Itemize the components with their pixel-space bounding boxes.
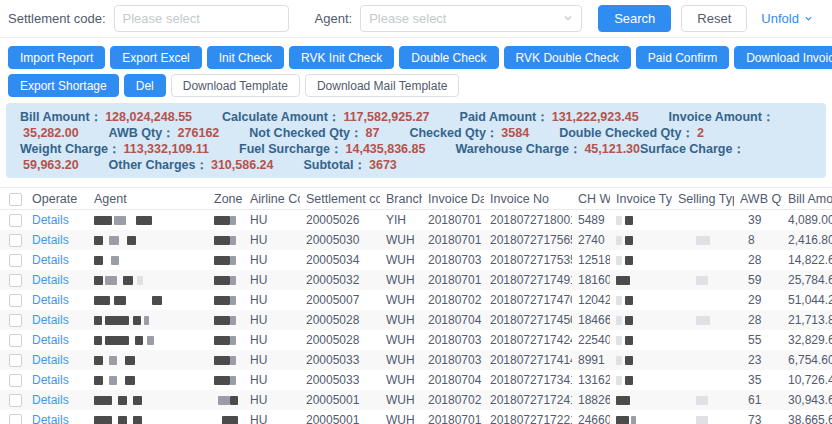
row-checkbox[interactable] [9, 334, 22, 347]
column-header-selling-type: Selling Type [672, 188, 734, 210]
unfold-link[interactable]: Unfold [761, 11, 813, 26]
table-row: DetailsHU20005007WUH20180702201807271747… [0, 290, 832, 310]
redacted-text [123, 276, 133, 285]
cell-ch-wt: 18160 [572, 270, 610, 290]
cell-invoice-no: 20180727180019 [484, 210, 572, 230]
search-button[interactable]: Search [598, 5, 671, 32]
rvk-double-check-button[interactable]: RVK Double Check [504, 46, 631, 69]
cell-zone [208, 390, 244, 410]
details-link[interactable]: Details [32, 213, 69, 227]
details-link[interactable]: Details [32, 253, 69, 267]
redacted-text [118, 416, 127, 424]
cell-select [0, 230, 26, 250]
row-checkbox[interactable] [9, 394, 22, 407]
export-excel-button[interactable]: Export Excel [110, 46, 201, 69]
cell-branch: WUH [380, 390, 422, 410]
cell-selling-type [672, 310, 734, 330]
redacted-text [114, 216, 126, 225]
details-link[interactable]: Details [32, 413, 69, 424]
details-link[interactable]: Details [32, 313, 69, 327]
details-link[interactable]: Details [32, 273, 69, 287]
cell-selling-type [672, 270, 734, 290]
table-row: DetailsHU20005028WUH20180704201807271745… [0, 310, 832, 330]
cell-settlement-code: 20005001 [300, 390, 380, 410]
cell-bill-amount: 4,089.00 [782, 210, 832, 230]
cell-invoice-type [610, 230, 672, 250]
row-checkbox[interactable] [9, 414, 22, 424]
redacted-text [696, 236, 710, 245]
cell-ch-wt: 22540 [572, 330, 610, 350]
summary-value: 35,282.00 [23, 126, 79, 140]
table-row: DetailsHU20005001WUH20180702201807271724… [0, 390, 832, 410]
download-template-button[interactable]: Download Template [171, 74, 300, 97]
row-checkbox[interactable] [9, 214, 22, 227]
agent-select[interactable]: Please select [360, 5, 582, 32]
summary-item-awb-qty: AWB Qty：276162 [109, 126, 220, 140]
cell-airline-code: HU [244, 230, 300, 250]
row-checkbox[interactable] [9, 254, 22, 267]
cell-select [0, 310, 26, 330]
table-row: DetailsHU20005026YIH20180701201807271800… [0, 210, 832, 230]
details-link[interactable]: Details [32, 373, 69, 387]
export-shortage-button[interactable]: Export Shortage [8, 74, 119, 97]
redacted-text [118, 396, 127, 405]
download-mail-template-button[interactable]: Download Mail Template [305, 74, 460, 97]
redacted-text [696, 316, 710, 325]
redacted-text [105, 336, 129, 345]
redacted-text [144, 316, 149, 325]
reset-button[interactable]: Reset [681, 5, 747, 32]
summary-item-not-checked-qty: Not Checked Qty：87 [249, 126, 379, 140]
init-check-button[interactable]: Init Check [207, 46, 284, 69]
row-checkbox[interactable] [9, 314, 22, 327]
cell-select [0, 270, 26, 290]
redacted-text [230, 356, 236, 365]
cell-invoice-date: 20180703 [422, 250, 484, 270]
details-link[interactable]: Details [32, 333, 69, 347]
cell-invoice-date: 20180703 [422, 350, 484, 370]
cell-select [0, 250, 26, 270]
table-body: DetailsHU20005026YIH20180701201807271800… [0, 210, 832, 424]
settlement-code-label: Settlement code: [8, 11, 106, 26]
cell-invoice-type [610, 210, 672, 230]
cell-operate: Details [26, 210, 88, 230]
settlement-code-input[interactable] [114, 5, 289, 32]
summary-item-subtotal: Subtotal：3673 [304, 158, 397, 172]
summary-value: 128,024,248.55 [105, 110, 192, 124]
cell-selling-type [672, 410, 734, 424]
cell-branch: YIH [380, 210, 422, 230]
details-link[interactable]: Details [32, 233, 69, 247]
select-all-checkbox[interactable] [9, 193, 22, 206]
row-checkbox[interactable] [9, 274, 22, 287]
row-checkbox[interactable] [9, 234, 22, 247]
details-link[interactable]: Details [32, 293, 69, 307]
cell-agent [88, 390, 208, 410]
details-link[interactable]: Details [32, 393, 69, 407]
cell-bill-amount: 38,665.60 [782, 410, 832, 424]
cell-agent [88, 290, 208, 310]
row-checkbox[interactable] [9, 354, 22, 367]
download-invoice-excel-button[interactable]: Download Invoice Excel [734, 46, 832, 69]
cell-airline-code: HU [244, 290, 300, 310]
cell-settlement-code: 20005007 [300, 290, 380, 310]
rvk-init-check-button[interactable]: RVK Init Check [289, 46, 394, 69]
redacted-text [616, 356, 622, 365]
import-report-button[interactable]: Import Report [8, 46, 105, 69]
summary-value: 59,963.20 [23, 158, 79, 172]
cell-operate: Details [26, 270, 88, 290]
redacted-text [94, 356, 103, 365]
double-check-button[interactable]: Double Check [399, 46, 498, 69]
details-link[interactable]: Details [32, 353, 69, 367]
redacted-text [214, 316, 230, 325]
cell-airline-code: HU [244, 210, 300, 230]
invoice-table: OperateAgentZoneAirline CodSettlement co… [0, 187, 832, 424]
row-checkbox[interactable] [9, 374, 22, 387]
cell-ch-wt: 18826 [572, 390, 610, 410]
cell-invoice-no: 20180727174707 [484, 290, 572, 310]
redacted-text [230, 216, 236, 225]
cell-invoice-no: 20180727172214 [484, 410, 572, 424]
cell-select [0, 330, 26, 350]
paid-confirm-button[interactable]: Paid Confirm [636, 46, 729, 69]
cell-awb-qty: 28 [734, 310, 782, 330]
row-checkbox[interactable] [9, 294, 22, 307]
del-button[interactable]: Del [124, 74, 166, 97]
